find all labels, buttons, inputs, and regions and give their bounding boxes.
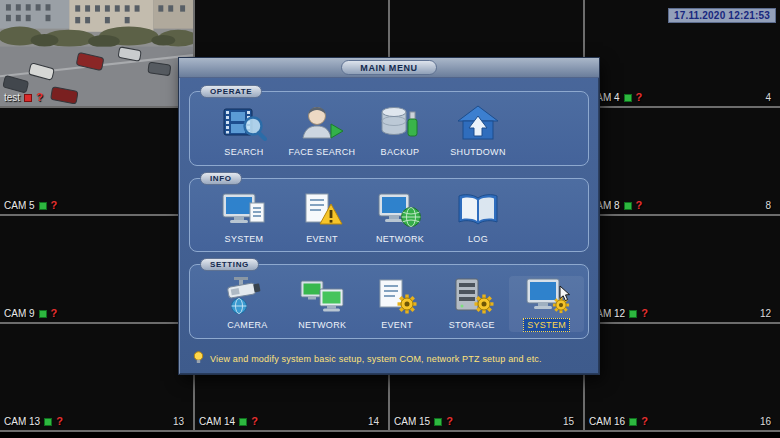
menu-item-label: SYSTEM (221, 232, 268, 246)
menu-item-search[interactable]: SEARCH (205, 103, 283, 159)
event-info-icon (299, 190, 345, 230)
mouse-cursor (559, 285, 572, 306)
menu-item-info-network[interactable]: NETWORK (361, 190, 439, 246)
menu-hint: View and modify system basic setup, syst… (189, 351, 589, 369)
video-loss-icon: ? (51, 200, 58, 211)
search-icon (221, 103, 267, 143)
menu-item-setting-camera[interactable]: CAMERA (210, 276, 285, 332)
menu-item-label: NETWORK (294, 318, 350, 332)
menu-item-label: SHUTDOWN (446, 145, 509, 159)
main-menu-body: OPERATE (179, 78, 599, 374)
channel-name: CAM 15 (394, 416, 430, 427)
channel-number: 8 (765, 200, 771, 211)
channel-name: test (4, 92, 20, 103)
camera-cell-8[interactable]: CAM 8 ? 8 (585, 108, 780, 216)
video-loss-icon: ? (446, 416, 453, 427)
menu-item-backup[interactable]: BACKUP (361, 103, 439, 159)
menu-item-label: CAMERA (223, 318, 271, 332)
motion-icon (24, 94, 32, 102)
dvr-screen: test ? CAM 4 ? 4 (0, 0, 780, 438)
record-icon (629, 418, 637, 426)
channel-name: CAM 5 (4, 200, 35, 211)
menu-item-label: BACKUP (377, 145, 424, 159)
channel-label: CAM 13 ? (4, 416, 63, 427)
section-operate-label: OPERATE (200, 85, 262, 98)
menu-item-label: SYSTEM (523, 318, 570, 332)
menu-item-label: EVENT (377, 318, 417, 332)
section-info: INFO (189, 178, 589, 253)
channel-number: 4 (765, 92, 771, 103)
record-icon (624, 202, 632, 210)
log-icon (455, 190, 501, 230)
system-info-icon (221, 190, 267, 230)
section-info-label: INFO (200, 172, 242, 185)
system-setting-icon (524, 276, 570, 316)
menu-item-info-log[interactable]: LOG (439, 190, 517, 246)
menu-item-label: EVENT (302, 232, 342, 246)
menu-item-label: NETWORK (372, 232, 428, 246)
record-icon (39, 310, 47, 318)
channel-label: CAM 16 ? (589, 416, 648, 427)
channel-number: 16 (760, 416, 771, 427)
video-loss-icon: ? (36, 92, 43, 103)
camera-cell-13[interactable]: CAM 13 ? 13 (0, 324, 195, 432)
channel-name: CAM 16 (589, 416, 625, 427)
menu-item-setting-network[interactable]: NETWORK (285, 276, 360, 332)
face-search-icon (299, 103, 345, 143)
channel-label: test ? (4, 92, 43, 103)
storage-setting-icon (449, 276, 495, 316)
section-info-items: SYSTEM (190, 179, 588, 252)
camera-cell-5[interactable]: CAM 5 ? (0, 108, 195, 216)
section-setting-label: SETTING (200, 258, 259, 271)
channel-label: CAM 5 ? (4, 200, 57, 211)
shutdown-icon (455, 103, 501, 143)
channel-name: CAM 13 (4, 416, 40, 427)
channel-label: CAM 15 ? (394, 416, 453, 427)
main-menu-window: MAIN MENU OPERATE (178, 57, 600, 375)
video-loss-icon: ? (51, 308, 58, 319)
main-menu-title: MAIN MENU (341, 60, 437, 75)
menu-item-label: SEARCH (220, 145, 267, 159)
camera-feed-1 (0, 0, 193, 106)
video-loss-icon: ? (641, 308, 648, 319)
menu-item-shutdown[interactable]: SHUTDOWN (439, 103, 517, 159)
network-setting-icon (299, 276, 345, 316)
event-setting-icon (374, 276, 420, 316)
hint-text: View and modify system basic setup, syst… (210, 354, 542, 364)
video-loss-icon: ? (636, 92, 643, 103)
menu-item-setting-storage[interactable]: STORAGE (434, 276, 509, 332)
menu-item-info-event[interactable]: EVENT (283, 190, 361, 246)
backup-icon (377, 103, 423, 143)
record-icon (39, 202, 47, 210)
section-operate-items: SEARCH FACE SEARCH (190, 92, 588, 165)
main-menu-titlebar: MAIN MENU (179, 58, 599, 78)
timestamp: 17.11.2020 12:21:53 (668, 8, 776, 23)
video-loss-icon: ? (251, 416, 258, 427)
channel-name: CAM 14 (199, 416, 235, 427)
channel-number: 15 (563, 416, 574, 427)
menu-item-face-search[interactable]: FACE SEARCH (283, 103, 361, 159)
record-icon (44, 418, 52, 426)
camera-cell-16[interactable]: CAM 16 ? 16 (585, 324, 780, 432)
section-setting: SETTING (189, 264, 589, 339)
video-loss-icon: ? (641, 416, 648, 427)
channel-label: CAM 14 ? (199, 416, 258, 427)
menu-item-setting-event[interactable]: EVENT (360, 276, 435, 332)
channel-number: 12 (760, 308, 771, 319)
channel-number: 14 (368, 416, 379, 427)
record-icon (629, 310, 637, 318)
menu-item-label: STORAGE (445, 318, 499, 332)
menu-item-setting-system[interactable]: SYSTEM (509, 276, 584, 332)
menu-item-label: LOG (464, 232, 492, 246)
camera-cell-12[interactable]: CAM 12 ? 12 (585, 216, 780, 324)
camera-setting-icon (224, 276, 270, 316)
channel-label: CAM 9 ? (4, 308, 57, 319)
record-icon (434, 418, 442, 426)
video-loss-icon: ? (56, 416, 63, 427)
network-info-icon (377, 190, 423, 230)
camera-cell-1[interactable]: test ? (0, 0, 195, 108)
camera-cell-9[interactable]: CAM 9 ? (0, 216, 195, 324)
menu-item-info-system[interactable]: SYSTEM (205, 190, 283, 246)
record-icon (239, 418, 247, 426)
menu-item-label: FACE SEARCH (285, 145, 360, 159)
